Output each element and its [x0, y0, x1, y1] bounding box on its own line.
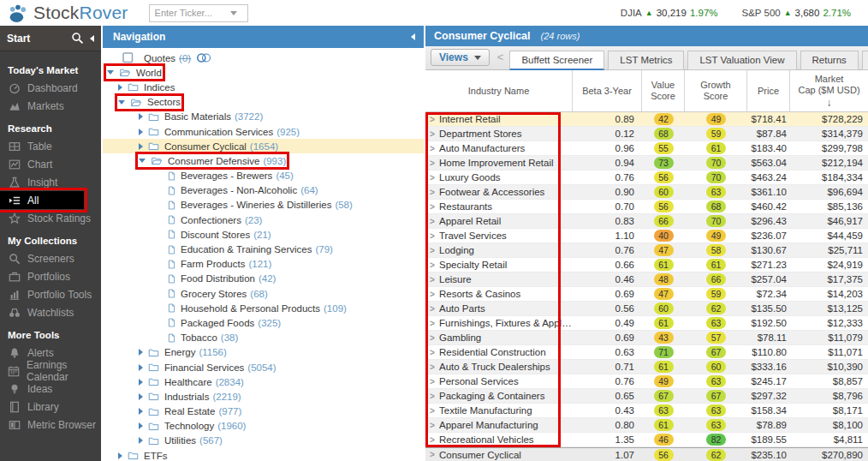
expand-arrow-icon[interactable] [139, 393, 143, 400]
row-expand-chevron-icon[interactable]: > [425, 377, 439, 386]
expand-arrow-icon[interactable] [139, 143, 143, 150]
tree-item-financial-services[interactable]: Financial Services(5054) [103, 360, 424, 374]
sidebar-item-metric-browser[interactable]: Metric Browser [0, 416, 101, 434]
tab-buffett-screener[interactable]: Buffett Screener [509, 51, 604, 70]
tree-item-industrials[interactable]: Industrials(2219) [103, 389, 424, 404]
collapse-arrow-icon[interactable] [118, 100, 125, 105]
table-row-residential-construction[interactable]: >Residential Construction0.637167$110.80… [425, 345, 868, 360]
table-row-auto-parts[interactable]: >Auto Parts0.566062$135.50$13,125 [425, 302, 868, 316]
expand-arrow-icon[interactable] [139, 349, 143, 356]
tab-dividend-calendar[interactable]: Dividend Calendar [862, 51, 868, 70]
tree-item-farm-products[interactable]: Farm Products(121) [103, 257, 424, 272]
table-row-internet-retail[interactable]: >Internet Retail0.894249$718.41$728,229 [425, 112, 868, 127]
table-row-restaurants[interactable]: >Restaurants0.705668$460.42$85,136 [425, 200, 868, 214]
tree-item-quotes[interactable]: Quotes(0) [103, 51, 424, 65]
tree-item-consumer-defensive[interactable]: Consumer Defensive(993) [103, 153, 424, 168]
sidebar-item-stock-ratings[interactable]: Stock Ratings [0, 209, 101, 227]
tree-item-basic-materials[interactable]: Basic Materials(3722) [103, 110, 424, 124]
tab-lst-metrics[interactable]: LST Metrics [608, 51, 684, 70]
column-header-value-score[interactable]: ValueScore [642, 70, 685, 111]
tab-returns[interactable]: Returns [800, 51, 859, 70]
tree-item-etfs[interactable]: ETFs [103, 448, 424, 461]
sidebar-item-insight[interactable]: Insight [0, 173, 101, 191]
expand-arrow-icon[interactable] [139, 408, 143, 415]
tree-item-beverages-non-alcoholic[interactable]: Beverages - Non-Alcoholic(64) [103, 183, 424, 198]
table-row-footwear-accessories[interactable]: >Footwear & Accessories0.906063$361.10$9… [425, 185, 868, 200]
collapse-arrow-icon[interactable] [139, 159, 146, 163]
sidebar-item-chart[interactable]: Chart [0, 155, 101, 173]
table-row-personal-services[interactable]: >Personal Services0.764963$245.17$8,857 [425, 374, 868, 389]
table-row-department-stores[interactable]: >Department Stores0.126859$87.84$314,379 [425, 127, 868, 141]
expand-arrow-icon[interactable] [139, 113, 143, 120]
row-expand-chevron-icon[interactable]: > [425, 450, 439, 459]
sidebar-item-dashboard[interactable]: Dashboard [0, 79, 101, 97]
expand-arrow-icon[interactable] [118, 452, 122, 459]
checkbox-icon[interactable] [122, 52, 134, 63]
tree-item-utilities[interactable]: Utilities(567) [103, 434, 424, 448]
table-row-apparel-retail[interactable]: >Apparel Retail0.836670$296.43$46,917 [425, 214, 868, 229]
table-row-gambling[interactable]: >Gambling0.694357$78.11$11,079 [425, 331, 868, 345]
row-expand-chevron-icon[interactable]: > [425, 275, 439, 284]
expand-arrow-icon[interactable] [139, 422, 143, 429]
ticker-search-box[interactable] [149, 4, 248, 22]
column-header-market-cap-m-usd[interactable]: MarketCap ($M USD)↓ [790, 70, 868, 111]
stockrover-logo[interactable]: StockRover [7, 3, 128, 24]
tree-item-grocery-stores[interactable]: Grocery Stores(68) [103, 286, 424, 301]
table-row-textile-manufacturing[interactable]: >Textile Manufacturing0.436363$158.34$8,… [425, 404, 868, 418]
tree-item-world[interactable]: World [103, 65, 424, 80]
sidebar-item-markets[interactable]: Markets [0, 97, 101, 115]
sidebar-item-library[interactable]: Library [0, 398, 101, 416]
tree-item-indices[interactable]: Indices [103, 80, 424, 94]
views-button[interactable]: Views [431, 49, 490, 66]
collapse-navigation-icon[interactable] [411, 33, 415, 40]
tree-item-energy[interactable]: Energy(1156) [103, 345, 424, 360]
sidebar-item-portfolio-tools[interactable]: Portfolio Tools [0, 285, 101, 303]
tree-item-consumer-cyclical[interactable]: Consumer Cyclical(1654) [103, 139, 424, 153]
tree-item-healthcare[interactable]: Healthcare(2834) [103, 374, 424, 389]
tree-item-education-training-services[interactable]: Education & Training Services(79) [103, 242, 424, 256]
row-expand-chevron-icon[interactable]: > [425, 231, 439, 241]
row-expand-chevron-icon[interactable]: > [425, 435, 439, 445]
tree-item-food-distribution[interactable]: Food Distribution(42) [103, 272, 424, 286]
tab-lst-valuation-view[interactable]: LST Valuation View [687, 51, 796, 70]
row-expand-chevron-icon[interactable]: > [425, 173, 439, 183]
table-row-consumer-cyclical[interactable]: >Consumer Cyclical1.075662$235.10$270,89… [425, 447, 868, 461]
table-row-lodging[interactable]: >Lodging0.764758$130.67$25,711 [425, 243, 868, 258]
row-expand-chevron-icon[interactable]: > [425, 260, 439, 270]
tree-item-tobacco[interactable]: Tobacco(38) [103, 331, 424, 345]
sort-descending-icon[interactable]: ↓ [827, 98, 832, 108]
row-expand-chevron-icon[interactable]: > [425, 319, 439, 328]
expand-arrow-icon[interactable] [139, 129, 143, 135]
row-expand-chevron-icon[interactable]: > [425, 406, 439, 416]
sidebar-item-earnings-calendar[interactable]: Earnings Calendar [0, 362, 101, 380]
row-expand-chevron-icon[interactable]: > [425, 159, 439, 168]
row-expand-chevron-icon[interactable]: > [425, 290, 439, 299]
row-expand-chevron-icon[interactable]: > [425, 421, 439, 430]
expand-arrow-icon[interactable] [139, 437, 143, 444]
column-header-beta-3-year[interactable]: Beta 3-Year [573, 70, 642, 111]
tree-item-technology[interactable]: Technology(1960) [103, 419, 424, 434]
sidebar-item-watchlists[interactable]: Watchlists [0, 303, 101, 321]
table-row-auto-truck-dealerships[interactable]: >Auto & Truck Dealerships0.716160$333.16… [425, 360, 868, 374]
tree-item-beverages-wineries-distilleries[interactable]: Beverages - Wineries & Distilleries(58) [103, 198, 424, 213]
collapse-arrow-icon[interactable] [107, 70, 114, 75]
table-row-recreational-vehicles[interactable]: >Recreational Vehicles1.354682$189.55$4,… [425, 433, 868, 447]
row-expand-chevron-icon[interactable]: > [425, 333, 439, 343]
tree-item-communication-services[interactable]: Communication Services(925) [103, 124, 424, 139]
tree-item-packaged-foods[interactable]: Packaged Foods(325) [103, 315, 424, 330]
table-row-leisure[interactable]: >Leisure0.464866$257.04$17,375 [425, 272, 868, 287]
row-expand-chevron-icon[interactable]: > [425, 362, 439, 372]
row-expand-chevron-icon[interactable]: > [425, 217, 439, 226]
row-expand-chevron-icon[interactable]: > [425, 115, 439, 124]
column-header-growth-score[interactable]: GrowthScore [685, 70, 747, 111]
expand-arrow-icon[interactable] [118, 84, 122, 91]
table-row-furnishings-fixtures-applian[interactable]: >Furnishings, Fixtures & Applian...0.496… [425, 316, 868, 331]
ticker-dropdown-arrow-icon[interactable] [230, 11, 237, 15]
row-expand-chevron-icon[interactable]: > [425, 304, 439, 314]
tree-item-beverages-brewers[interactable]: Beverages - Brewers(45) [103, 169, 424, 183]
table-row-specialty-retail[interactable]: >Specialty Retail0.666161$271.23$24,919 [425, 258, 868, 272]
row-expand-chevron-icon[interactable]: > [425, 144, 439, 153]
table-row-auto-manufacturers[interactable]: >Auto Manufacturers0.965561$183.40$299,7… [425, 141, 868, 156]
ticker-input[interactable] [150, 8, 223, 18]
row-expand-chevron-icon[interactable]: > [425, 246, 439, 255]
